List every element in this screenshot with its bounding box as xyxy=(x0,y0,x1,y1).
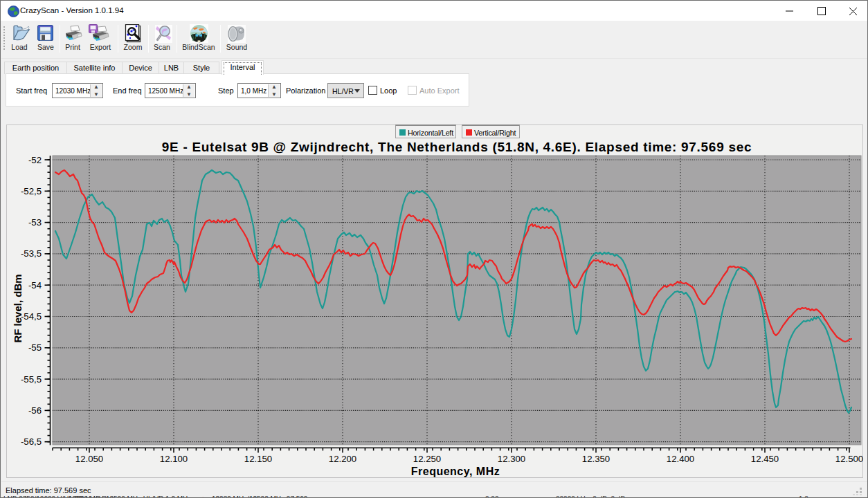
svg-text:Frequency, MHz: Frequency, MHz xyxy=(411,465,500,477)
svg-text:12.300: 12.300 xyxy=(498,454,525,464)
svg-text:-54,5: -54,5 xyxy=(21,311,42,322)
svg-text:-52: -52 xyxy=(28,155,42,165)
svg-text:-53: -53 xyxy=(28,217,42,228)
svg-text:-55: -55 xyxy=(28,342,42,353)
svg-text:-54: -54 xyxy=(28,280,42,290)
svg-text:12.050: 12.050 xyxy=(75,454,103,464)
svg-text:-55,5: -55,5 xyxy=(21,374,42,385)
svg-text:12.100: 12.100 xyxy=(160,454,188,464)
svg-text:-56: -56 xyxy=(28,405,42,416)
svg-text:-53,5: -53,5 xyxy=(21,248,42,259)
svg-text:12.150: 12.150 xyxy=(244,454,272,464)
svg-text:-56,5: -56,5 xyxy=(21,436,42,447)
svg-text:12.500: 12.500 xyxy=(835,454,863,464)
svg-text:12.200: 12.200 xyxy=(329,454,356,464)
svg-text:12.350: 12.350 xyxy=(582,454,610,464)
svg-text:RF level, dBm: RF level, dBm xyxy=(12,274,24,342)
svg-text:12.400: 12.400 xyxy=(667,454,694,464)
svg-text:12.450: 12.450 xyxy=(751,454,779,464)
svg-text:-52,5: -52,5 xyxy=(21,186,42,196)
svg-text:12.250: 12.250 xyxy=(413,454,441,464)
